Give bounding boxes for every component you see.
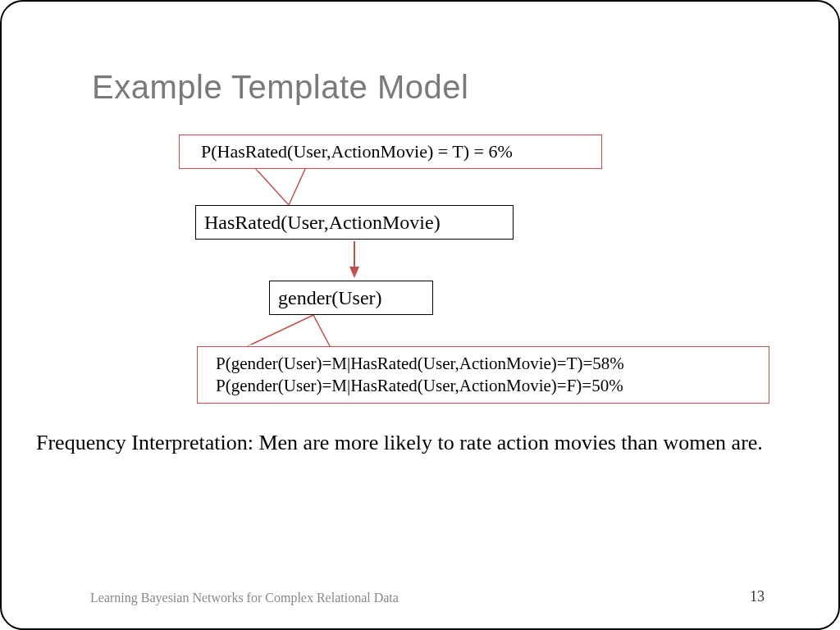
node-hasrated: HasRated(User,ActionMovie) — [195, 205, 514, 240]
node-gender: gender(User) — [269, 281, 433, 315]
svg-marker-0 — [256, 169, 305, 205]
callout-cond-line2: P(gender(User)=M|HasRated(User,ActionMov… — [216, 375, 769, 397]
callout-prior: P(HasRated(User,ActionMovie) = T) = 6% — [179, 135, 602, 169]
slide-title: Example Template Model — [92, 69, 468, 106]
footer-text: Learning Bayesian Networks for Complex R… — [90, 591, 399, 605]
callout-cond-line1: P(gender(User)=M|HasRated(User,ActionMov… — [216, 353, 769, 375]
svg-marker-3 — [248, 315, 330, 346]
slide-frame: Example Template Model P(HasRated(User,A… — [0, 0, 840, 630]
callout-prior-text: P(HasRated(User,ActionMovie) = T) = 6% — [201, 141, 513, 162]
page-number: 13 — [750, 588, 765, 605]
callout-conditional: P(gender(User)=M|HasRated(User,ActionMov… — [197, 346, 769, 404]
node-gender-text: gender(User) — [278, 287, 382, 309]
interpretation-text: Frequency Interpretation: Men are more l… — [36, 428, 791, 457]
node-hasrated-text: HasRated(User,ActionMovie) — [204, 212, 441, 234]
